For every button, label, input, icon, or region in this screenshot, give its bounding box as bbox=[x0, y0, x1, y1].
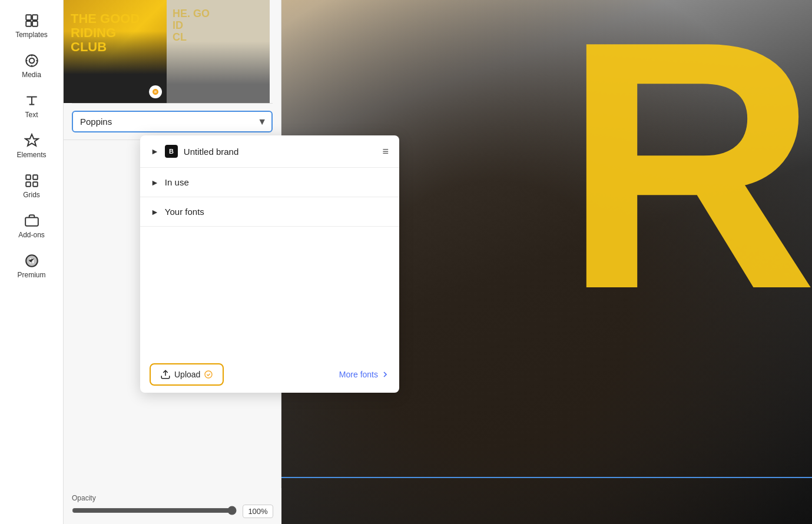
sidebar-label-elements: Elements bbox=[16, 151, 46, 159]
sidebar-label-addons: Add-ons bbox=[18, 231, 45, 239]
svg-rect-8 bbox=[26, 182, 31, 187]
sidebar-item-templates[interactable]: Templates bbox=[0, 6, 63, 46]
your-fonts-header[interactable]: ► Your fonts bbox=[140, 197, 399, 226]
more-fonts-label: More fonts bbox=[339, 370, 378, 379]
untitled-brand-title: Untitled brand bbox=[184, 147, 238, 157]
upload-premium-icon bbox=[204, 370, 213, 379]
premium-icon bbox=[24, 253, 39, 268]
chevron-right-icon bbox=[380, 370, 390, 379]
svg-point-5 bbox=[26, 55, 38, 67]
elements-icon bbox=[24, 133, 39, 148]
thumb-1-badge bbox=[149, 85, 162, 98]
thumbnail-1[interactable]: THE GOODRIDINGCLUB bbox=[64, 0, 167, 103]
svg-rect-3 bbox=[32, 21, 38, 26]
canvas-yellow-letter: R bbox=[563, 0, 812, 341]
opacity-slider[interactable] bbox=[72, 506, 237, 515]
templates-icon bbox=[24, 13, 39, 28]
slider-container bbox=[72, 506, 237, 518]
upload-label: Upload bbox=[174, 370, 200, 379]
sidebar-item-grids[interactable]: Grids bbox=[0, 166, 63, 206]
upload-icon bbox=[160, 369, 171, 380]
svg-rect-0 bbox=[26, 15, 31, 20]
svg-rect-6 bbox=[26, 175, 31, 180]
filter-icon[interactable]: ≡ bbox=[382, 145, 389, 158]
in-use-chevron: ► bbox=[151, 178, 159, 187]
sidebar-label-templates: Templates bbox=[15, 31, 48, 39]
opacity-label: Opacity bbox=[72, 494, 273, 502]
untitled-brand-chevron: ► bbox=[151, 147, 159, 156]
sidebar-item-media[interactable]: Media bbox=[0, 46, 63, 86]
font-dropdown-wrapper: Poppins ▼ bbox=[72, 111, 273, 132]
sidebar-item-addons[interactable]: Add-ons bbox=[0, 206, 63, 246]
left-panel: THE GOODRIDINGCLUB HE. GOIDCL Poppins ▼ bbox=[64, 0, 281, 524]
in-use-header[interactable]: ► In use bbox=[140, 168, 399, 197]
addons-icon bbox=[24, 213, 39, 228]
opacity-row: 100% bbox=[72, 505, 273, 518]
svg-rect-7 bbox=[33, 175, 38, 180]
grids-icon bbox=[24, 173, 39, 188]
text-icon bbox=[24, 93, 39, 108]
section-left-untitled: ► B Untitled brand bbox=[151, 145, 238, 158]
untitled-brand-header[interactable]: ► B Untitled brand ≡ bbox=[140, 135, 399, 167]
sidebar-item-elements[interactable]: Elements bbox=[0, 126, 63, 166]
sidebar-label-media: Media bbox=[22, 71, 41, 79]
sidebar-label-premium: Premium bbox=[17, 271, 45, 279]
thumbnails-row: THE GOODRIDINGCLUB HE. GOIDCL bbox=[64, 0, 281, 103]
dropdown-section-your-fonts: ► Your fonts bbox=[140, 197, 399, 227]
font-dropdown-popup: ► B Untitled brand ≡ ► In use ► Your bbox=[140, 135, 399, 393]
svg-rect-2 bbox=[26, 21, 31, 26]
sidebar: Templates Media Text Elements Grids bbox=[0, 0, 64, 524]
dropdown-section-untitled-brand: ► B Untitled brand ≡ bbox=[140, 135, 399, 168]
your-fonts-title: Your fonts bbox=[165, 207, 204, 217]
thumb-1-text: THE GOODRIDINGCLUB bbox=[71, 12, 140, 55]
dropdown-section-in-use: ► In use bbox=[140, 168, 399, 197]
thumbnail-2[interactable]: HE. GOIDCL bbox=[167, 0, 270, 103]
more-fonts-button[interactable]: More fonts bbox=[339, 370, 390, 379]
canvas-selection-line bbox=[281, 477, 812, 478]
section-left-inuse: ► In use bbox=[151, 177, 189, 187]
in-use-title: In use bbox=[165, 177, 189, 187]
brand-icon: B bbox=[165, 145, 178, 158]
svg-rect-1 bbox=[32, 15, 38, 20]
svg-point-4 bbox=[29, 58, 34, 64]
media-icon bbox=[24, 53, 39, 68]
dropdown-spacer bbox=[140, 227, 399, 356]
svg-rect-9 bbox=[33, 182, 38, 187]
font-selector-area: Poppins ▼ bbox=[64, 104, 281, 140]
your-fonts-chevron: ► bbox=[151, 207, 159, 217]
font-dropdown[interactable]: Poppins bbox=[72, 111, 273, 132]
sidebar-item-premium[interactable]: Premium bbox=[0, 246, 63, 286]
upload-button[interactable]: Upload bbox=[150, 363, 224, 386]
opacity-value: 100% bbox=[243, 505, 273, 518]
sidebar-item-text[interactable]: Text bbox=[0, 86, 63, 126]
dropdown-bottom: Upload More fonts bbox=[140, 356, 399, 393]
section-left-yourfonts: ► Your fonts bbox=[151, 207, 204, 217]
sidebar-label-text: Text bbox=[25, 111, 38, 119]
opacity-area: Opacity 100% bbox=[64, 488, 281, 524]
sidebar-label-grids: Grids bbox=[23, 191, 40, 199]
